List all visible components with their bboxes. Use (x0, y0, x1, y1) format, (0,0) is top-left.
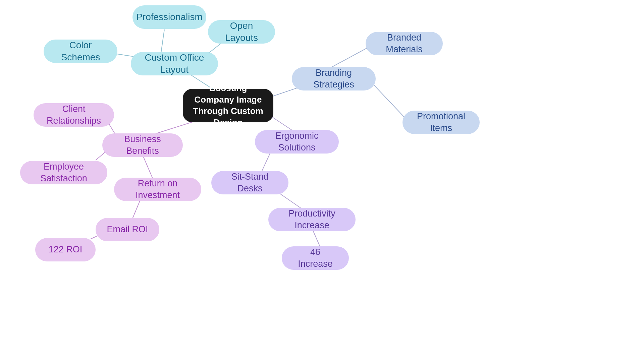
productivity-increase-label: Productivity Increase (279, 208, 345, 231)
professionalism-node: Professionalism (132, 5, 206, 29)
branded-materials-node: Branded Materials (366, 32, 443, 55)
122-roi-label: 122 ROI (49, 244, 83, 255)
ergonomic-solutions-label: Ergonomic Solutions (266, 130, 328, 154)
svg-line-11 (154, 121, 195, 134)
branding-strategies-node: Branding Strategies (292, 67, 376, 90)
custom-office-layout-label: Custom Office Layout (142, 52, 207, 76)
professionalism-label: Professionalism (136, 11, 203, 23)
custom-office-layout-node: Custom Office Layout (131, 52, 218, 75)
open-layouts-label: Open Layouts (219, 20, 264, 44)
122-roi-node: 122 ROI (35, 238, 96, 261)
open-layouts-node: Open Layouts (208, 20, 275, 44)
svg-line-14 (143, 155, 153, 178)
client-relationships-label: Client Relationships (44, 103, 103, 127)
return-on-investment-label: Return on Investment (125, 178, 191, 201)
sit-stand-desks-label: Sit-Stand Desks (222, 171, 278, 194)
svg-line-6 (369, 80, 409, 122)
center-node: Boosting Company Image Through Custom De… (183, 89, 273, 122)
productivity-increase-node: Productivity Increase (268, 208, 356, 231)
svg-line-1 (161, 29, 164, 53)
employee-satisfaction-label: Employee Satisfaction (31, 161, 97, 184)
color-schemes-node: Color Schemes (44, 40, 117, 63)
46-increase-label: 46 Increase (292, 246, 338, 270)
promotional-items-label: Promotional Items (413, 111, 469, 134)
business-benefits-label: Business Benefits (113, 133, 172, 157)
sit-stand-desks-node: Sit-Stand Desks (211, 171, 288, 194)
email-roi-node: Email ROI (96, 218, 159, 241)
color-schemes-label: Color Schemes (54, 39, 107, 64)
promotional-items-node: Promotional Items (402, 111, 480, 134)
business-benefits-node: Business Benefits (102, 133, 183, 157)
branding-strategies-label: Branding Strategies (303, 67, 365, 90)
ergonomic-solutions-node: Ergonomic Solutions (255, 130, 339, 154)
employee-satisfaction-node: Employee Satisfaction (20, 161, 107, 184)
client-relationships-node: Client Relationships (34, 103, 114, 127)
email-roi-label: Email ROI (107, 224, 148, 235)
center-label: Boosting Company Image Through Custom De… (191, 83, 265, 128)
branded-materials-label: Branded Materials (376, 32, 432, 55)
return-on-investment-node: Return on Investment (114, 178, 201, 201)
46-increase-node: 46 Increase (282, 246, 349, 270)
